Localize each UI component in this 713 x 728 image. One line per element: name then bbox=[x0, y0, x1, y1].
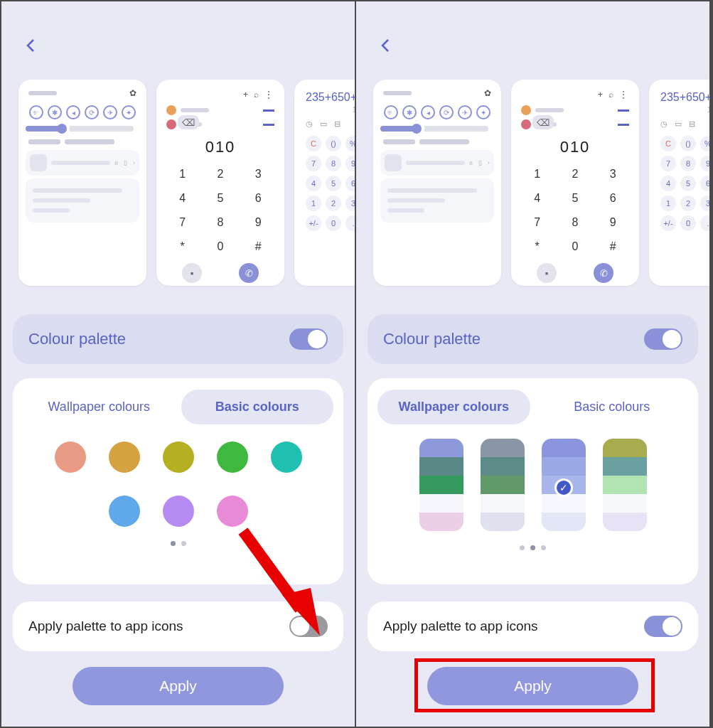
keypad-key: 9 bbox=[594, 210, 632, 235]
palette-stack[interactable] bbox=[481, 439, 525, 531]
calc-key: 1 bbox=[660, 196, 676, 211]
colour-palette-toggle[interactable] bbox=[644, 328, 682, 350]
calc-key: C bbox=[306, 136, 321, 151]
keypad-key: 2 bbox=[201, 162, 239, 186]
preview-calculator[interactable]: 235+650+37 12 ◷▭⊟ C()%÷789×456−123++/-0.… bbox=[649, 80, 711, 286]
check-icon: ✓ bbox=[554, 478, 573, 497]
more-icon: ⋮ bbox=[264, 90, 273, 100]
keypad-key: 4 bbox=[518, 186, 556, 210]
expand-icon: ⊟ bbox=[334, 119, 341, 129]
preview-notifications[interactable]: ✿ ᯤ ✱ ◂ ⟳ ✈ ✦ ıı▯› bbox=[18, 80, 146, 286]
apply-icons-toggle[interactable] bbox=[644, 616, 682, 637]
keypad-key: 4 bbox=[163, 186, 201, 210]
rotate-icon: ⟳ bbox=[85, 105, 99, 119]
tab-wallpaper-colours[interactable]: Wallpaper colours bbox=[377, 390, 530, 424]
apply-button[interactable]: Apply bbox=[73, 667, 284, 705]
colours-card: Wallpaper colours Basic colours bbox=[13, 378, 343, 584]
keypad-key: 9 bbox=[240, 210, 277, 235]
colour-palette-toggle[interactable] bbox=[289, 328, 328, 350]
keypad-key: 1 bbox=[518, 162, 556, 186]
keypad-key: 0 bbox=[201, 235, 239, 259]
ruler-icon: ▭ bbox=[320, 119, 327, 129]
bluetooth-icon: ✱ bbox=[402, 105, 417, 119]
keypad-r: 123456789*0# bbox=[518, 162, 632, 259]
calc-key: 3 bbox=[700, 196, 711, 211]
keypad-key: * bbox=[163, 235, 201, 259]
sound-icon: ◂ bbox=[66, 105, 80, 119]
screen-left: ✿ ᯤ ✱ ◂ ⟳ ✈ ✦ ıı▯› +⌕⋮ 010 123456789*0# … bbox=[0, 0, 356, 728]
backspace-icon: ⌫ bbox=[178, 115, 199, 129]
tab-wallpaper-colours[interactable]: Wallpaper colours bbox=[23, 390, 176, 424]
ruler-icon: ▭ bbox=[675, 119, 682, 129]
search-icon: ⌕ bbox=[254, 90, 259, 100]
tab-basic-colours[interactable]: Basic colours bbox=[536, 390, 689, 424]
calc-grid-r: C()%÷789×456−123++/-0.= bbox=[656, 130, 711, 237]
palette-stack[interactable] bbox=[603, 439, 647, 531]
apply-icons-toggle[interactable] bbox=[289, 616, 328, 637]
calc-key: 5 bbox=[680, 176, 696, 191]
keypad-key: # bbox=[594, 235, 632, 259]
swatch[interactable] bbox=[163, 496, 194, 527]
calc-key: 2 bbox=[680, 196, 696, 211]
colour-palette-card: Colour palette bbox=[13, 314, 343, 364]
torch-icon: ✦ bbox=[476, 105, 490, 119]
backspace-icon: ⌫ bbox=[532, 115, 554, 129]
plus-icon: + bbox=[243, 90, 248, 100]
preview-calculator[interactable]: 235+650+37 12 ◷▭⊟ C()%÷789×456−123++/-0.… bbox=[294, 80, 356, 286]
swatch[interactable] bbox=[55, 441, 86, 473]
swatch[interactable] bbox=[109, 441, 140, 473]
swatch[interactable] bbox=[217, 496, 248, 527]
dialer-number: 010 bbox=[163, 138, 277, 156]
calc-key: % bbox=[700, 136, 711, 151]
swatch[interactable] bbox=[109, 496, 140, 527]
keypad-key: 8 bbox=[556, 210, 594, 235]
keypad-key: 1 bbox=[163, 162, 201, 186]
clock-icon: ◷ bbox=[660, 119, 668, 129]
calc-key: +/- bbox=[660, 215, 676, 231]
keypad-key: # bbox=[240, 235, 277, 259]
keypad-key: 0 bbox=[556, 235, 594, 259]
back-button[interactable] bbox=[23, 37, 40, 57]
colour-palette-card: Colour palette bbox=[368, 314, 698, 364]
palette-stack[interactable] bbox=[419, 439, 463, 531]
tab-basic-colours[interactable]: Basic colours bbox=[181, 390, 334, 424]
calc-key: 0 bbox=[680, 215, 696, 231]
bluetooth-icon: ✱ bbox=[48, 105, 62, 119]
palette-stack[interactable]: ✓ bbox=[542, 439, 586, 531]
colour-palette-title: Colour palette bbox=[383, 330, 481, 348]
page-dots-right bbox=[377, 545, 688, 550]
swatch[interactable] bbox=[271, 441, 302, 473]
keypad: 123456789*0# bbox=[163, 162, 277, 259]
preview-notifications[interactable]: ✿ ᯤ ✱ ◂ ⟳ ✈ ✦ ıı▯› bbox=[373, 80, 501, 286]
keypad-key: 8 bbox=[201, 210, 239, 235]
calc-key: () bbox=[680, 136, 696, 151]
colour-palette-title: Colour palette bbox=[28, 330, 126, 348]
calc-key: 7 bbox=[660, 156, 676, 171]
calc-key: 9 bbox=[700, 156, 711, 171]
apply-button[interactable]: Apply bbox=[427, 667, 638, 705]
preview-dialer[interactable]: +⌕⋮ 010 123456789*0# ▪✆⌫ bbox=[156, 80, 284, 286]
back-button[interactable] bbox=[377, 37, 395, 57]
calc-key: 1 bbox=[306, 196, 321, 211]
calc-expression: 235+650+37 bbox=[301, 88, 356, 105]
calc-key: +/- bbox=[306, 215, 321, 231]
screen-right: ✿ ᯤ ✱ ◂ ⟳ ✈ ✦ ıı▯› +⌕⋮ 010 123456789*0# … bbox=[355, 0, 711, 728]
calc-key: 0 bbox=[326, 215, 341, 231]
sound-icon: ◂ bbox=[421, 105, 435, 119]
dot bbox=[541, 545, 546, 550]
swatch[interactable] bbox=[217, 441, 248, 473]
video-icon: ▪ bbox=[182, 263, 202, 283]
swatch[interactable] bbox=[163, 441, 194, 473]
gear-icon: ✿ bbox=[129, 88, 136, 98]
keypad-key: 2 bbox=[556, 162, 594, 186]
calc-key: 5 bbox=[326, 176, 341, 191]
wifi-icon: ᯤ bbox=[384, 105, 398, 119]
keypad-key: 7 bbox=[518, 210, 556, 235]
calc-key: 7 bbox=[306, 156, 321, 171]
search-icon: ⌕ bbox=[609, 90, 613, 100]
preview-dialer[interactable]: +⌕⋮ 010 123456789*0# ▪✆⌫ bbox=[511, 80, 639, 286]
preview-strip: ✿ ᯤ ✱ ◂ ⟳ ✈ ✦ ıı▯› +⌕⋮ 010 123456789*0# … bbox=[18, 80, 355, 300]
dot bbox=[530, 545, 535, 550]
calc-key: 4 bbox=[306, 176, 321, 191]
video-icon: ▪ bbox=[537, 263, 557, 283]
